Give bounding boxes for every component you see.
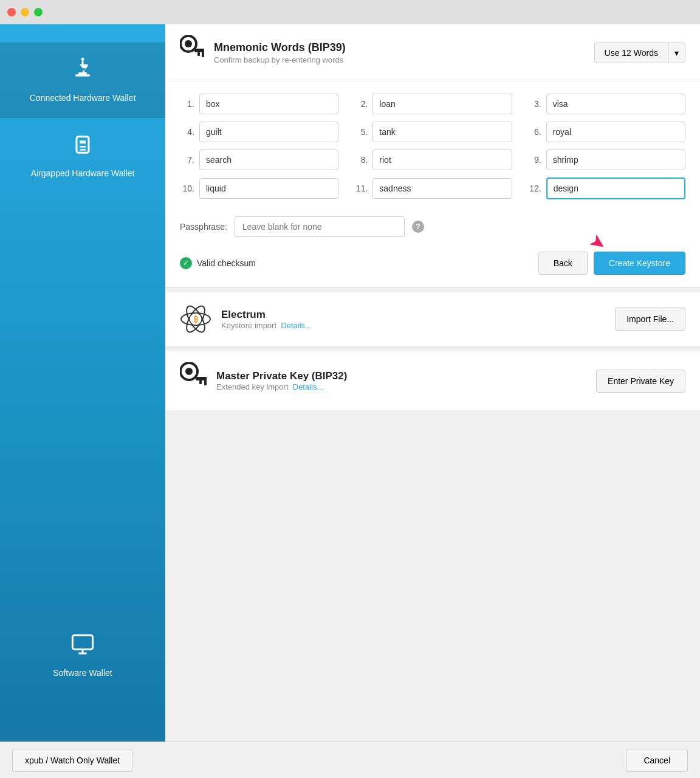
mpk-key-icon [180,362,207,399]
electrum-section: ₿ Electrum Keystore import Details... Im… [165,292,700,346]
sidebar-connected-label: Connected Hardware Wallet [30,92,136,103]
svg-rect-11 [194,49,204,52]
bottom-bar: xpub / Watch Only Wallet Cancel [0,742,700,778]
svg-point-20 [185,368,193,375]
passphrase-label: Passphrase: [180,222,227,232]
word-num-12: 12. [527,184,541,193]
word-input-9[interactable] [546,150,685,170]
word-row-5: 5. [353,122,512,142]
svg-rect-6 [72,635,92,649]
svg-rect-12 [202,52,204,57]
word-input-10[interactable] [199,178,338,199]
electrum-icon: ₿ [180,303,211,335]
word-row-3: 3. [527,94,685,114]
word-num-2: 2. [353,99,368,109]
back-button[interactable]: Back [538,252,588,275]
word-num-5: 5. [353,127,368,137]
word-row-4: 4. [180,122,338,142]
word-row-7: 7. [180,150,338,170]
word-row-10: 10. [180,177,338,199]
mnemonic-title: Mnemonic Words (BIP39) [214,41,594,54]
electrum-info: Electrum Keystore import Details... [221,309,615,330]
svg-rect-3 [80,141,86,144]
svg-point-10 [185,40,192,47]
main-content: Mnemonic Words (BIP39) Confirm backup by… [165,24,700,742]
word-num-1: 1. [180,99,194,109]
checksum-dot [180,257,192,269]
word-num-3: 3. [527,99,541,109]
word-input-11[interactable] [372,178,512,199]
word-row-1: 1. [180,94,338,114]
key-icon [180,35,204,70]
mnemonic-header: Mnemonic Words (BIP39) Confirm backup by… [165,24,700,81]
mpk-subtitle: Extended key import Details... [216,382,596,391]
svg-text:₿: ₿ [194,315,198,324]
word-input-1[interactable] [199,94,338,114]
svg-point-0 [81,58,84,61]
sidebar-item-software-wallet[interactable]: Software Wallet [0,618,165,693]
import-file-button[interactable]: Import File... [615,308,685,331]
mnemonic-subtitle: Confirm backup by re-entering words [214,55,594,64]
svg-rect-21 [196,377,207,380]
word-grid: 1. 2. 3. 4. 5. [165,81,700,212]
word-num-6: 6. [527,127,541,137]
checksum-label: Valid checksum [197,258,256,268]
help-icon[interactable]: ? [412,221,424,233]
sidebar-software-label: Software Wallet [53,667,112,678]
sidebar: Connected Hardware Wallet Airgapped Hard… [0,24,165,742]
electrum-title: Electrum [221,309,615,321]
word-row-8: 8. [353,150,512,170]
sidebar-item-airgapped-hardware-wallet[interactable]: Airgapped Hardware Wallet [0,118,165,193]
word-input-7[interactable] [199,150,338,170]
action-buttons: ➤ Back Create Keystore [538,252,685,275]
mpk-details-link[interactable]: Details... [293,382,324,391]
word-input-12[interactable] [546,177,685,199]
mpk-header: Master Private Key (BIP32) Extended key … [165,351,700,410]
sd-card-icon [70,133,95,162]
passphrase-input[interactable] [235,216,405,237]
titlebar [0,0,700,24]
checksum-row: Valid checksum ➤ Back Create Keystore [165,247,700,287]
checksum-status: Valid checksum [180,257,256,269]
close-button[interactable] [7,8,16,16]
main-window: Connected Hardware Wallet Airgapped Hard… [0,24,700,742]
word-input-8[interactable] [372,150,512,170]
word-input-4[interactable] [199,122,338,142]
create-keystore-button[interactable]: Create Keystore [594,252,685,275]
usb-icon [70,57,95,86]
enter-private-key-button[interactable]: Enter Private Key [596,370,685,393]
word-num-9: 9. [527,155,541,165]
word-row-2: 2. [353,94,512,114]
mnemonic-section: Mnemonic Words (BIP39) Confirm backup by… [165,24,700,287]
maximize-button[interactable] [34,8,43,16]
minimize-button[interactable] [21,8,29,16]
word-input-5[interactable] [372,122,512,142]
svg-rect-13 [197,52,200,56]
svg-rect-22 [204,380,207,385]
sidebar-item-connected-hardware-wallet[interactable]: Connected Hardware Wallet [0,43,165,118]
electrum-details-link[interactable]: Details... [281,321,312,330]
svg-rect-23 [199,380,202,384]
word-row-9: 9. [527,150,685,170]
word-row-12: 12. [527,177,685,199]
passphrase-row: Passphrase: ? [165,212,700,247]
word-input-6[interactable] [546,122,685,142]
use-words-button[interactable]: Use 12 Words [594,43,668,63]
mpk-info: Master Private Key (BIP32) Extended key … [216,370,596,391]
electrum-subtitle: Keystore import Details... [221,321,615,330]
xpub-watch-only-button[interactable]: xpub / Watch Only Wallet [12,749,132,772]
word-row-11: 11. [353,177,512,199]
electrum-header: ₿ Electrum Keystore import Details... Im… [165,292,700,346]
mpk-title: Master Private Key (BIP32) [216,370,596,382]
cancel-button[interactable]: Cancel [626,749,688,772]
monitor-icon [70,632,95,661]
master-private-key-section: Master Private Key (BIP32) Extended key … [165,351,700,410]
word-num-8: 8. [353,155,368,165]
word-num-7: 7. [180,155,194,165]
word-input-2[interactable] [372,94,512,114]
word-num-11: 11. [353,184,368,193]
word-row-6: 6. [527,122,685,142]
mnemonic-title-group: Mnemonic Words (BIP39) Confirm backup by… [214,41,594,64]
use-words-dropdown-button[interactable]: ▾ [668,43,685,63]
word-input-3[interactable] [546,94,685,114]
